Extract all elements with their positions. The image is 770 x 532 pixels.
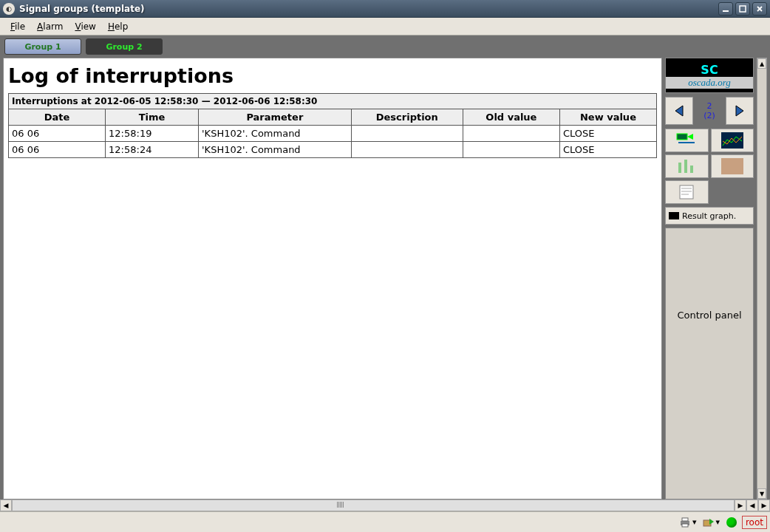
svg-rect-8 (680, 185, 693, 199)
tool-page-button[interactable] (665, 180, 709, 204)
valve-icon (675, 132, 698, 149)
svg-rect-5 (684, 160, 687, 173)
menu-file[interactable]: File (4, 20, 31, 33)
tab-group-2[interactable]: Group 2 (86, 38, 163, 55)
logo-text: SC (701, 63, 718, 77)
status-led-icon (726, 517, 737, 528)
window-title: Signal groups (template) (19, 4, 718, 14)
cell-parameter: 'KSH102'. Command (199, 126, 352, 142)
user-indicator[interactable]: root (742, 516, 767, 529)
cell-new: CLOSE (559, 126, 656, 142)
arrow-right-icon (732, 103, 748, 119)
tool-bars-button[interactable] (665, 154, 709, 178)
svg-rect-10 (682, 518, 688, 521)
minimize-button[interactable] (718, 2, 733, 16)
col-parameter: Parameter (199, 109, 352, 126)
cell-time: 12:58:19 (106, 126, 199, 142)
col-time: Time (106, 109, 199, 126)
svg-rect-3 (721, 132, 743, 149)
statusbar: ▾ ▾ root (0, 511, 770, 532)
cell-old (463, 126, 559, 142)
control-panel-label: Control panel (677, 310, 741, 321)
group-tab-strip: Group 1 Group 2 (0, 35, 770, 58)
cell-parameter: 'KSH102'. Command (199, 142, 352, 158)
nav-prev-button[interactable] (665, 97, 693, 125)
hscroll-left-button[interactable]: ◀ (0, 499, 12, 511)
nav-page-current: 2 (695, 101, 724, 111)
dropdown-arrow-icon: ▾ (692, 517, 697, 527)
scroll-down-button[interactable]: ▼ (757, 488, 766, 499)
menu-view[interactable]: View (69, 20, 101, 33)
nav-page-indicator: 2 (2) (695, 101, 724, 120)
menu-alarm[interactable]: Alarm (31, 20, 69, 33)
control-panel-area: Control panel (665, 228, 754, 499)
table-header-row: Date Time Parameter Description Old valu… (9, 109, 657, 126)
svg-rect-0 (723, 10, 729, 12)
svg-rect-7 (721, 158, 743, 174)
dropdown-arrow-icon: ▾ (715, 517, 720, 527)
col-new-value: New value (559, 109, 656, 126)
log-title: Log of interruptions (8, 64, 657, 87)
menubar: File Alarm View Help (0, 18, 770, 35)
hscroll-right-button[interactable]: ▶ (735, 499, 746, 511)
svg-rect-2 (677, 134, 687, 140)
hscroll-left2-button[interactable]: ◀ (746, 499, 758, 511)
result-graph-label: Result graph. (682, 211, 736, 221)
col-date: Date (9, 109, 106, 126)
tool-trend-button[interactable] (711, 129, 754, 152)
page-icon (675, 184, 698, 200)
cell-date: 06 06 (9, 126, 106, 142)
scroll-track[interactable] (757, 69, 766, 488)
hscroll-track[interactable] (12, 499, 735, 511)
cell-new: CLOSE (559, 142, 656, 158)
close-button[interactable] (752, 2, 767, 16)
horizontal-scrollbar[interactable]: ◀ ▶ ◀ ▶ (0, 499, 770, 511)
cell-description (351, 126, 463, 142)
scroll-up-button[interactable]: ▲ (757, 58, 766, 69)
col-description: Description (351, 109, 463, 126)
table-row: 06 06 12:58:24 'KSH102'. Command CLOSE (9, 142, 657, 158)
cell-time: 12:58:24 (106, 142, 199, 158)
result-graph-icon (669, 212, 679, 219)
menu-help[interactable]: Help (102, 20, 134, 33)
vertical-scrollbar[interactable]: ▲ ▼ (757, 58, 767, 499)
cell-date: 06 06 (9, 142, 106, 158)
svg-rect-4 (678, 163, 681, 173)
side-panel: SC oscada.org 2 (2) (665, 58, 754, 499)
cell-old (463, 142, 559, 158)
table-row: 06 06 12:58:19 'KSH102'. Command CLOSE (9, 126, 657, 142)
svg-rect-6 (690, 166, 693, 173)
status-led-button[interactable] (724, 515, 739, 530)
logo-url: oscada.org (666, 77, 753, 89)
document-panel: Log of interruptions Interruptions at 20… (3, 58, 662, 499)
tool-gradient-button[interactable] (711, 154, 754, 178)
export-button[interactable]: ▾ (701, 515, 721, 530)
printer-icon (679, 517, 691, 528)
window-titlebar: ◐ Signal groups (template) (0, 0, 770, 18)
gradient-icon (721, 158, 743, 174)
app-icon: ◐ (3, 3, 15, 15)
cell-description (351, 142, 463, 158)
print-button[interactable]: ▾ (678, 515, 698, 530)
tool-valve-button[interactable] (665, 129, 709, 152)
oscada-logo: SC oscada.org (665, 58, 754, 93)
export-icon (702, 517, 714, 528)
result-graph-button[interactable]: Result graph. (665, 207, 754, 225)
col-old-value: Old value (463, 109, 559, 126)
svg-rect-11 (682, 524, 688, 527)
nav-next-button[interactable] (726, 97, 754, 125)
trend-icon (721, 132, 743, 149)
bars-icon (675, 158, 698, 174)
svg-rect-1 (740, 6, 746, 12)
tab-group-1[interactable]: Group 1 (4, 38, 81, 55)
nav-page-total: (2) (695, 111, 724, 120)
log-range: Interruptions at 2012-06-05 12:58:30 — 2… (9, 94, 657, 109)
hscroll-right2-button[interactable]: ▶ (758, 499, 770, 511)
maximize-button[interactable] (735, 2, 750, 16)
arrow-left-icon (671, 103, 687, 119)
